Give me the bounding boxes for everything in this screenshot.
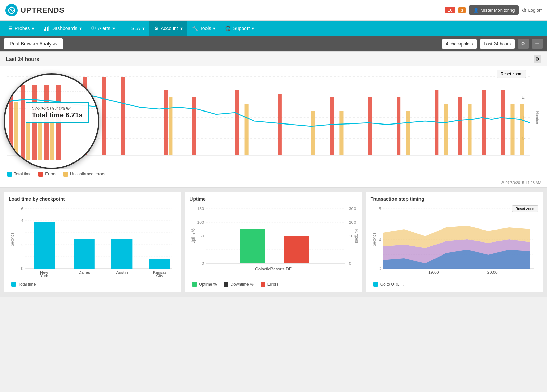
transaction-legend-label: Go to URL ... [380, 282, 404, 287]
sla-icon: ≔ [124, 26, 129, 31]
load-time-chart-area: 6 4 2 0 Seconds New York [9, 205, 176, 280]
transaction-legend: Go to URL ... [371, 280, 538, 288]
svg-text:19:00: 19:00 [428, 271, 439, 274]
legend-unconfirmed: Unconfirmed errors [63, 172, 105, 177]
legend-color-errors [38, 172, 43, 177]
tooltip-date: 07/29/2015 2:00PM [32, 106, 83, 111]
load-time-legend-color [11, 282, 16, 287]
svg-text:17:00: 17:00 [276, 158, 289, 159]
svg-text:4: 4 [21, 219, 23, 223]
user-icon: 👤 [473, 8, 479, 13]
badge-alerts-red[interactable]: 10 [445, 7, 455, 13]
svg-text:5: 5 [379, 207, 381, 211]
svg-text:Seconds: Seconds [10, 233, 14, 246]
svg-rect-73 [74, 239, 94, 269]
top-header: UPTRENDS 10 3 👤 Mister Monitoring ⏻ Log … [0, 0, 547, 21]
sub-header-right: 4 checkpoints Last 24 hours ⚙ ☰ [442, 39, 543, 49]
support-chevron: ▾ [252, 26, 254, 31]
nav-item-account[interactable]: ⚙ Account ▾ [149, 21, 187, 36]
menu-button[interactable]: ☰ [532, 39, 543, 49]
settings-button[interactable]: ⚙ [518, 39, 529, 49]
svg-rect-74 [111, 239, 132, 269]
svg-rect-36 [406, 111, 410, 155]
svg-rect-32 [169, 97, 172, 155]
clock-icon: ⏱ [501, 181, 504, 185]
dashboards-icon [44, 26, 49, 31]
tools-chevron: ▾ [213, 26, 215, 31]
svg-rect-25 [397, 97, 400, 155]
logoff-label: Log off [528, 8, 542, 13]
uptime-legend-color-errors [261, 282, 265, 287]
chart-settings-icon[interactable]: ⚙ [534, 55, 541, 63]
bottom-panels: Load time by checkpoint 6 4 2 0 S [0, 188, 547, 297]
nav-label-sla: SLA [131, 26, 140, 31]
nav-label-alerts: Alerts [98, 26, 110, 31]
legend-color-total [7, 172, 12, 177]
svg-rect-4 [49, 26, 50, 31]
nav-item-dashboards[interactable]: Dashboards ▾ [39, 21, 86, 36]
svg-rect-2 [45, 27, 46, 31]
transaction-legend-color [373, 282, 378, 287]
nav-label-probes: Probes [15, 26, 30, 31]
checkpoints-button[interactable]: 4 checkpoints [442, 39, 477, 49]
timestamp-text: 07/30/2015 11:28 AM [505, 181, 541, 185]
transaction-title: Transaction step timing [371, 196, 538, 202]
tab-real-browser-analysis[interactable]: Real Browser Analysis [4, 38, 63, 49]
svg-text:18:00: 18:00 [343, 158, 356, 159]
header-right: 10 3 👤 Mister Monitoring ⏻ Log off [445, 5, 542, 15]
panel-transaction: Transaction step timing Reset zoom 5 2 0… [366, 192, 543, 292]
svg-text:2: 2 [379, 238, 381, 241]
nav-item-support[interactable]: 🎧 Support ▾ [220, 21, 259, 36]
svg-rect-27 [458, 97, 462, 155]
main-chart-header: Last 24 hours ⚙ [0, 52, 547, 66]
svg-text:0: 0 [21, 267, 23, 271]
main-chart-legend: Total time Errors Unconfirmed errors [0, 169, 547, 179]
svg-rect-20 [192, 97, 196, 155]
logo-icon [5, 4, 18, 16]
svg-rect-35 [339, 111, 343, 155]
svg-text:GalacticResorts.DE: GalacticResorts.DE [255, 267, 292, 271]
svg-rect-24 [368, 97, 372, 155]
svg-text:300: 300 [349, 207, 356, 211]
svg-rect-37 [444, 104, 448, 155]
main-chart-area: Reset zoom Number 3 2 1 0 [0, 66, 547, 169]
account-chevron: ▾ [180, 26, 183, 31]
svg-rect-57 [14, 102, 18, 160]
uptime-chart-area: 150 100 50 0 300 200 100 0 Uptime % Numb… [189, 205, 357, 280]
uptime-title: Uptime [189, 196, 357, 202]
transaction-reset-zoom-button[interactable]: Reset zoom [512, 205, 538, 212]
chart-timestamp: ⏱ 07/30/2015 11:28 AM [0, 179, 547, 187]
svg-text:0: 0 [202, 262, 204, 265]
nav-item-probes[interactable]: ☰ Probes ▾ [3, 21, 39, 36]
nav-label-account: Account [161, 26, 178, 31]
sla-chevron: ▾ [142, 26, 145, 31]
nav-item-tools[interactable]: 🔧 Tools ▾ [187, 21, 221, 36]
svg-rect-18 [121, 77, 125, 155]
nav-item-sla[interactable]: ≔ SLA ▾ [120, 21, 149, 36]
svg-rect-23 [330, 97, 334, 155]
legend-total-time: Total time [7, 172, 31, 177]
svg-text:Numbers: Numbers [355, 229, 357, 243]
svg-rect-17 [102, 77, 106, 155]
svg-text:2: 2 [21, 243, 23, 247]
svg-rect-98 [269, 263, 278, 263]
svg-text:Dallas: Dallas [78, 271, 90, 274]
logo-text: UPTRENDS [21, 6, 65, 15]
user-menu-button[interactable]: 👤 Mister Monitoring [469, 5, 519, 15]
svg-rect-34 [311, 111, 315, 155]
timerange-button[interactable]: Last 24 hours [480, 39, 515, 49]
svg-rect-29 [501, 90, 505, 155]
svg-text:6: 6 [21, 207, 23, 211]
svg-rect-1 [44, 29, 45, 31]
uptime-legend: Uptime % Downtime % Errors [189, 280, 357, 288]
badge-alerts-orange[interactable]: 3 [458, 7, 466, 13]
load-time-legend-label: Total time [18, 282, 36, 287]
reset-zoom-button[interactable]: Reset zoom [497, 70, 526, 78]
nav-bar: ☰ Probes ▾ Dashboards ▾ ⓘ Alerts ▾ ≔ SLA… [0, 21, 547, 36]
tooltip-value: Total time 6.71s [32, 111, 83, 119]
svg-text:0: 0 [349, 262, 351, 265]
svg-text:150: 150 [197, 207, 204, 211]
logoff-button[interactable]: ⏻ Log off [522, 8, 542, 13]
nav-item-alerts[interactable]: ⓘ Alerts ▾ [86, 21, 120, 36]
svg-rect-72 [34, 222, 55, 269]
